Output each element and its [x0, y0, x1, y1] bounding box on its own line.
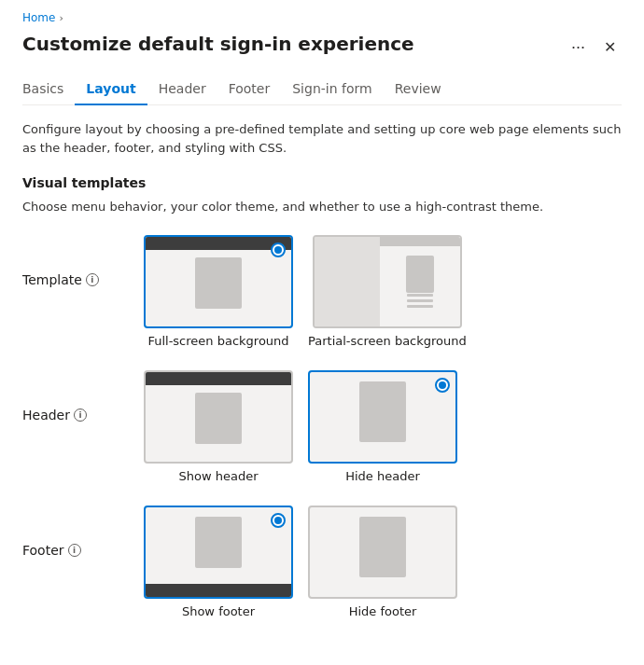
hide-header-visual	[310, 372, 455, 462]
show-header-content	[195, 393, 242, 444]
tpl-partial-line3	[407, 305, 433, 308]
tpl-partial-lines	[407, 294, 433, 308]
header-row: Customize default sign-in experience ···…	[22, 32, 622, 59]
hide-header-label: Hide header	[345, 469, 420, 483]
visual-templates-title: Visual templates	[22, 175, 622, 190]
tpl-partial-line1	[407, 294, 433, 297]
template-label: Template i	[22, 235, 144, 287]
footer-options-group: Show footer Hide footer	[144, 506, 457, 618]
close-button[interactable]: ✕	[598, 36, 622, 58]
template-partial-screen-card[interactable]: Partial-screen background	[308, 235, 467, 348]
show-header-visual	[146, 372, 291, 462]
header-info-icon[interactable]: i	[74, 409, 87, 422]
hide-header-box[interactable]	[308, 370, 457, 464]
breadcrumb-separator: ›	[59, 12, 63, 24]
template-options-group: Full-screen background	[144, 235, 467, 348]
tpl-full-content	[195, 257, 242, 309]
template-partial-visual	[315, 237, 460, 326]
show-header-box[interactable]	[144, 370, 293, 464]
more-options-button[interactable]: ···	[566, 35, 591, 59]
hide-footer-visual	[310, 507, 455, 597]
breadcrumb-home-link[interactable]: Home	[22, 11, 55, 24]
tab-signin-form[interactable]: Sign-in form	[281, 74, 383, 105]
show-footer-label: Show footer	[182, 604, 255, 618]
hide-footer-card[interactable]: Hide footer	[308, 506, 457, 618]
show-header-label: Show header	[178, 469, 258, 483]
show-footer-content	[195, 517, 242, 568]
footer-info-icon[interactable]: i	[68, 544, 81, 557]
template-full-radio	[271, 242, 286, 257]
tab-header[interactable]: Header	[147, 74, 217, 105]
template-partial-screen-box[interactable]	[313, 235, 462, 328]
template-option-row: Template i Full-screen background	[22, 235, 622, 348]
hide-header-radio	[435, 378, 450, 393]
template-full-screen-card[interactable]: Full-screen background	[144, 235, 293, 348]
show-footer-box[interactable]	[144, 506, 293, 599]
tpl-partial-topbar	[380, 237, 460, 246]
breadcrumb: Home ›	[22, 11, 622, 24]
tabs-nav: Basics Layout Header Footer Sign-in form…	[22, 74, 622, 105]
page-title: Customize default sign-in experience	[22, 32, 414, 56]
hide-footer-content	[359, 517, 406, 577]
show-footer-card[interactable]: Show footer	[144, 506, 293, 618]
template-full-visual	[146, 237, 291, 326]
hide-footer-label: Hide footer	[349, 604, 417, 618]
template-full-label: Full-screen background	[147, 334, 288, 348]
template-partial-label: Partial-screen background	[308, 334, 467, 348]
layout-description: Configure layout by choosing a pre-defin…	[22, 120, 622, 157]
header-section-label: Header i	[22, 370, 144, 423]
footer-option-row: Footer i Show footer	[22, 506, 622, 618]
header-actions: ··· ✕	[566, 35, 622, 59]
header-option-row: Header i Show header	[22, 370, 622, 483]
tab-basics[interactable]: Basics	[22, 74, 75, 105]
show-header-topbar	[146, 372, 291, 385]
page-container: Home › Customize default sign-in experie…	[0, 0, 644, 663]
tpl-partial-content	[406, 256, 434, 293]
hide-header-content	[359, 381, 406, 442]
show-footer-bottombar	[146, 584, 291, 597]
show-footer-visual	[146, 507, 291, 597]
show-header-card[interactable]: Show header	[144, 370, 293, 483]
tpl-partial-line2	[407, 299, 433, 302]
hide-header-card[interactable]: Hide header	[308, 370, 457, 483]
hide-footer-box[interactable]	[308, 506, 457, 599]
header-options-group: Show header Hide header	[144, 370, 457, 483]
tpl-partial-panel	[380, 237, 460, 326]
tpl-full-topbar	[146, 237, 291, 250]
show-footer-radio	[271, 513, 286, 528]
visual-templates-description: Choose menu behavior, your color theme, …	[22, 198, 622, 216]
tab-footer[interactable]: Footer	[217, 74, 282, 105]
tab-review[interactable]: Review	[384, 74, 453, 105]
template-info-icon[interactable]: i	[86, 273, 99, 286]
tab-layout[interactable]: Layout	[75, 74, 147, 105]
template-full-screen-box[interactable]	[144, 235, 293, 328]
footer-section-label: Footer i	[22, 506, 144, 558]
